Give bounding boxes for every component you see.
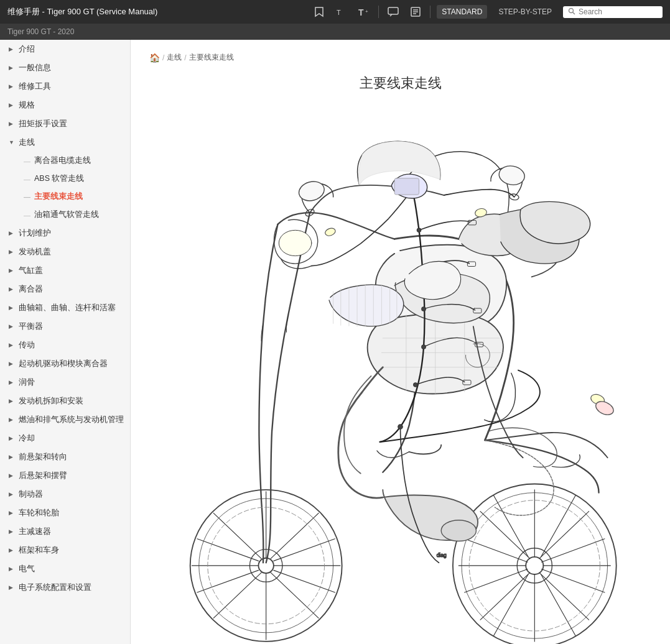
sidebar-item-label: 维修工具 bbox=[19, 81, 51, 92]
svg-point-64 bbox=[417, 228, 421, 232]
svg-line-40 bbox=[271, 513, 319, 558]
sidebar-item-电气[interactable]: ▶ 电气 bbox=[0, 559, 130, 578]
sidebar-item-扭矩扳手设置[interactable]: ▶ 扭矩扳手设置 bbox=[0, 114, 130, 133]
page-title: 主要线束走线 bbox=[149, 74, 651, 93]
svg-line-18 bbox=[480, 512, 530, 559]
sidebar-item-离合器电缆走线[interactable]: 离合器电缆走线 bbox=[17, 152, 130, 170]
sidebar-item-label: 一般信息 bbox=[19, 62, 51, 73]
stepbystep-mode-button[interactable]: STEP-BY-STEP bbox=[493, 5, 557, 19]
sidebar-item-冷却[interactable]: ▶ 冷却 bbox=[0, 429, 130, 448]
sidebar-item-润骨[interactable]: ▶ 润骨 bbox=[0, 373, 130, 392]
arrow-icon: ▶ bbox=[9, 102, 15, 108]
svg-point-13 bbox=[526, 557, 543, 574]
sidebar-item-规格[interactable]: ▶ 规格 bbox=[0, 96, 130, 114]
arrow-icon: ▶ bbox=[9, 83, 15, 90]
sidebar-item-label: 离合器 bbox=[19, 283, 43, 295]
sidebar-item-label: 传动 bbox=[19, 339, 35, 351]
sidebar-item-发动机拆卸[interactable]: ▶ 发动机拆卸和安装 bbox=[0, 392, 130, 410]
svg-text:+: + bbox=[365, 9, 368, 14]
breadcrumb-current: 主要线束走线 bbox=[189, 52, 234, 63]
breadcrumb: 🏠 / 走线 / 主要线束走线 bbox=[149, 52, 651, 63]
sidebar-item-制动器[interactable]: ▶ 制动器 bbox=[0, 485, 130, 504]
sidebar-item-label: 后悬架和摆臂 bbox=[19, 470, 67, 481]
sidebar-item-离合器[interactable]: ▶ 离合器 bbox=[0, 280, 130, 298]
arrow-icon: ▶ bbox=[9, 416, 15, 423]
sidebar-item-label: 起动机驱动和楔块离合器 bbox=[19, 358, 108, 369]
bookmark-icon[interactable] bbox=[311, 4, 327, 20]
sidebar-item-主减速器[interactable]: ▶ 主减速器 bbox=[0, 522, 130, 541]
sidebar-item-前悬架[interactable]: ▶ 前悬架和转向 bbox=[0, 448, 130, 466]
sidebar-item-label: 冷却 bbox=[19, 433, 35, 444]
sidebar-item-计划维护[interactable]: ▶ 计划维护 bbox=[0, 224, 130, 242]
svg-point-48 bbox=[297, 179, 327, 204]
arrow-icon: ▼ bbox=[9, 139, 15, 145]
search-bar bbox=[563, 6, 663, 18]
sidebar-item-label: 气缸盖 bbox=[19, 265, 43, 276]
sidebar-item-一般信息[interactable]: ▶ 一般信息 bbox=[0, 58, 130, 77]
home-icon[interactable]: 🏠 bbox=[149, 53, 160, 63]
arrow-icon: ▶ bbox=[9, 472, 15, 479]
notes-icon[interactable] bbox=[407, 4, 424, 20]
svg-point-66 bbox=[422, 307, 426, 311]
svg-point-8 bbox=[569, 8, 574, 12]
arrow-icon: ▶ bbox=[9, 547, 15, 553]
svg-point-50 bbox=[279, 230, 312, 255]
sidebar-item-传动[interactable]: ▶ 传动 bbox=[0, 336, 130, 354]
sidebar-item-电子系统[interactable]: ▶ 电子系统配置和设置 bbox=[0, 578, 130, 597]
sidebar-item-走线[interactable]: ▼ 走线 bbox=[0, 133, 130, 152]
arrow-icon: ▶ bbox=[9, 510, 15, 516]
svg-line-19 bbox=[539, 573, 589, 620]
sidebar-item-主要线束走线[interactable]: 主要线束走线 bbox=[17, 188, 130, 206]
subtitle-bar: Tiger 900 GT - 2020 bbox=[0, 24, 670, 40]
sidebar-item-气缸盖[interactable]: ▶ 气缸盖 bbox=[0, 261, 130, 280]
arrow-icon: ▶ bbox=[9, 566, 15, 572]
arrow-icon: ▶ bbox=[9, 435, 15, 441]
arrow-icon: ▶ bbox=[9, 249, 15, 255]
svg-line-22 bbox=[465, 539, 528, 563]
arrow-icon: ▶ bbox=[9, 454, 15, 460]
svg-line-41 bbox=[213, 573, 261, 618]
main-content: 🏠 / 走线 / 主要线束走线 主要线束走线 bbox=[131, 40, 670, 644]
breadcrumb-sep: / bbox=[162, 53, 164, 62]
svg-text:T: T bbox=[358, 7, 364, 17]
text-size-normal-icon[interactable]: T bbox=[333, 4, 350, 20]
sidebar-item-框架车身[interactable]: ▶ 框架和车身 bbox=[0, 541, 130, 559]
sidebar-item-label: 制动器 bbox=[19, 489, 43, 500]
sidebar-item-平衡器[interactable]: ▶ 平衡器 bbox=[0, 317, 130, 336]
svg-point-69 bbox=[398, 425, 403, 430]
sidebar-item-油箱通气软管走线[interactable]: 油箱通气软管走线 bbox=[17, 206, 130, 224]
arrow-icon: ▶ bbox=[9, 121, 15, 127]
sidebar-item-label: 规格 bbox=[19, 99, 35, 111]
breadcrumb-走线[interactable]: 走线 bbox=[167, 52, 182, 63]
arrow-icon: ▶ bbox=[9, 305, 15, 311]
sidebar-item-车轮轮胎[interactable]: ▶ 车轮和轮胎 bbox=[0, 504, 130, 522]
sidebar-item-后悬架[interactable]: ▶ 后悬架和摆臂 bbox=[0, 466, 130, 485]
sidebar: ▶ 介绍 ▶ 一般信息 ▶ 维修工具 ▶ 规格 ▶ 扭矩扳手设置 ▼ 走线 离合… bbox=[0, 40, 131, 644]
svg-point-67 bbox=[422, 345, 426, 349]
sidebar-item-label: 走线 bbox=[19, 137, 35, 148]
sidebar-item-label: 框架和车身 bbox=[19, 545, 59, 556]
search-input[interactable] bbox=[579, 7, 658, 16]
sidebar-item-label: 发动机盖 bbox=[19, 246, 51, 257]
illustration-container: diag bbox=[149, 105, 651, 644]
sidebar-item-label: ABS 软管走线 bbox=[34, 173, 85, 184]
text-size-large-icon[interactable]: T + bbox=[356, 4, 372, 20]
sidebar-item-label: 电子系统配置和设置 bbox=[19, 582, 91, 593]
svg-line-38 bbox=[213, 513, 261, 558]
sidebar-item-燃油系统[interactable]: ▶ 燃油和排气系统与发动机管理 bbox=[0, 410, 130, 429]
sidebar-item-label: 燃油和排气系统与发动机管理 bbox=[19, 414, 124, 425]
comment-icon[interactable] bbox=[385, 4, 401, 20]
sidebar-item-维修工具[interactable]: ▶ 维修工具 bbox=[0, 77, 130, 96]
sidebar-item-ABS软管走线[interactable]: ABS 软管走线 bbox=[17, 170, 130, 188]
sidebar-item-曲轴箱[interactable]: ▶ 曲轴箱、曲轴、连杆和活塞 bbox=[0, 298, 130, 317]
svg-point-57 bbox=[441, 520, 476, 541]
sidebar-item-介绍[interactable]: ▶ 介绍 bbox=[0, 40, 130, 58]
sidebar-item-label: 平衡器 bbox=[19, 321, 43, 332]
sidebar-item-起动机驱动[interactable]: ▶ 起动机驱动和楔块离合器 bbox=[0, 354, 130, 373]
arrow-icon: ▶ bbox=[9, 267, 15, 274]
sidebar-item-发动机盖[interactable]: ▶ 发动机盖 bbox=[0, 242, 130, 261]
svg-rect-3 bbox=[388, 7, 398, 14]
arrow-icon: ▶ bbox=[9, 65, 15, 71]
standard-mode-button[interactable]: STANDARD bbox=[437, 5, 487, 19]
arrow-icon: ▶ bbox=[9, 379, 15, 385]
